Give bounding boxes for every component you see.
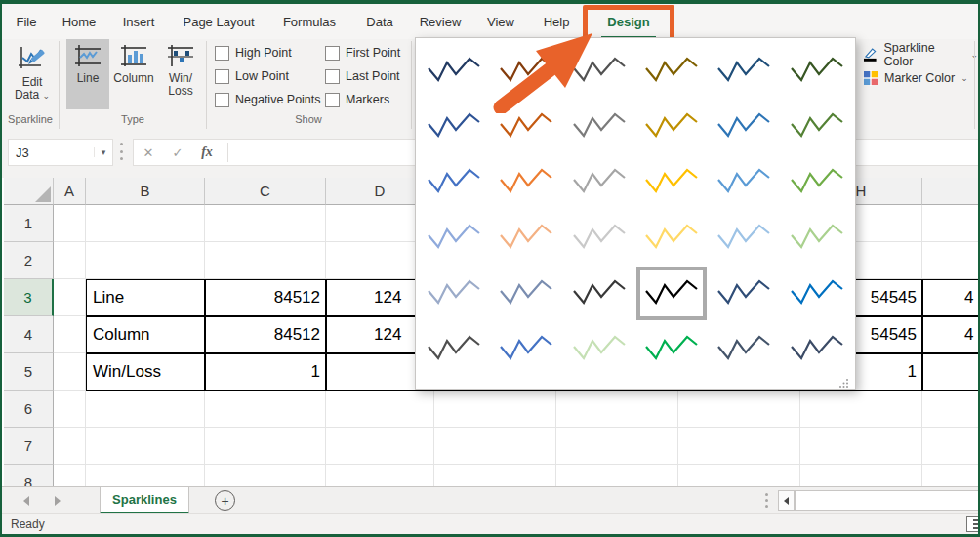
sparkline-style-swatch-r4c3[interactable] <box>563 210 635 266</box>
sparkline-style-swatch-r5c6[interactable] <box>781 266 853 321</box>
grid-cell-b3[interactable]: Line <box>86 279 205 316</box>
grid-cell-c4[interactable]: 84512 <box>205 316 326 353</box>
tab-review[interactable]: Review <box>408 4 472 39</box>
sparkline-style-swatch-r2c1[interactable] <box>418 98 490 153</box>
row-header-5[interactable]: 5 <box>4 353 54 391</box>
sparkline-style-swatch-r1c3[interactable] <box>563 42 635 98</box>
tab-data[interactable]: Data <box>351 4 408 39</box>
winloss-type-button[interactable]: Win/ Loss <box>158 39 203 109</box>
sparkline-style-swatch-r4c4[interactable] <box>635 210 708 266</box>
tab-insert[interactable]: Insert <box>107 4 170 39</box>
edit-data-button[interactable]: Edit Data ⌄ <box>10 41 55 103</box>
prev-sheet-icon[interactable] <box>23 496 29 506</box>
name-box-dropdown-icon[interactable]: ▾ <box>94 147 112 157</box>
sparkline-style-swatch-r6c5[interactable] <box>708 321 780 377</box>
grid-cell-b4[interactable]: Column <box>86 316 205 353</box>
sparkline-style-swatch-r1c2[interactable] <box>490 42 562 98</box>
confirm-entry-icon[interactable]: ✓ <box>163 145 192 160</box>
checkbox-icon[interactable] <box>215 69 229 84</box>
name-box[interactable]: J3 ▾ <box>8 139 113 166</box>
sparkline-style-swatch-r5c4[interactable] <box>636 267 707 320</box>
sparkline-style-swatch-r2c4[interactable] <box>635 98 708 153</box>
sparkline-style-swatch-r3c6[interactable] <box>781 153 853 209</box>
grid-cell-b5[interactable]: Win/Loss <box>86 353 205 391</box>
tab-design[interactable]: Design <box>584 4 674 39</box>
marker-color-button[interactable]: Marker Color ⌄ <box>863 67 968 89</box>
add-sheet-button[interactable]: + <box>215 490 235 511</box>
row-header-4[interactable]: 4 <box>4 316 54 353</box>
grid-cell-c3[interactable]: 84512 <box>205 279 326 316</box>
sparkline-style-swatch-r6c4[interactable] <box>635 321 708 377</box>
scroll-left-button[interactable] <box>778 490 795 511</box>
sheet-tab-sparklines[interactable]: Sparklines <box>100 487 189 514</box>
sparkline-style-swatch-r1c6[interactable] <box>781 42 853 98</box>
cancel-entry-icon[interactable]: ✕ <box>134 145 163 160</box>
sparkline-style-swatch-r2c5[interactable] <box>708 98 780 153</box>
sparkline-style-swatch-r2c3[interactable] <box>563 98 635 153</box>
sparkline-style-swatch-r3c2[interactable] <box>490 153 562 209</box>
sparkline-style-swatch-r3c1[interactable] <box>418 153 490 209</box>
sparkline-style-swatch-r4c6[interactable] <box>781 210 853 266</box>
checkbox-last-point[interactable]: Last Point <box>325 65 400 87</box>
checkbox-icon[interactable] <box>215 93 229 107</box>
select-all-corner[interactable] <box>4 178 54 205</box>
row-header-3[interactable]: 3 <box>4 279 54 316</box>
sparkline-style-swatch-r1c4[interactable] <box>635 42 708 98</box>
sparkline-style-swatch-r3c3[interactable] <box>563 153 635 209</box>
grid-cell-c5[interactable]: 1 <box>205 353 326 391</box>
formula-bar-resize-handle[interactable] <box>120 143 123 160</box>
grid-cell-i3[interactable]: 4 <box>922 279 980 316</box>
checkbox-icon[interactable] <box>215 46 229 61</box>
column-header-a[interactable]: A <box>54 178 86 205</box>
tab-formulas[interactable]: Formulas <box>267 4 351 39</box>
gallery-resize-handle[interactable] <box>838 377 849 388</box>
sparkline-style-swatch-r5c2[interactable] <box>490 266 562 321</box>
checkbox-markers[interactable]: Markers <box>325 89 400 110</box>
column-type-button[interactable]: Column <box>111 39 156 109</box>
tabbar-resize-handle[interactable] <box>765 493 768 508</box>
tab-home[interactable]: Home <box>51 4 107 39</box>
checkbox-first-point[interactable]: First Point <box>325 42 400 63</box>
grid-cell-i5[interactable] <box>922 353 980 391</box>
row-header-2[interactable]: 2 <box>4 242 54 279</box>
sparkline-style-swatch-r2c6[interactable] <box>781 98 853 153</box>
sparkline-style-swatch-r1c5[interactable] <box>708 42 780 98</box>
sparkline-style-swatch-r5c5[interactable] <box>708 266 780 321</box>
sparkline-style-swatch-r6c3[interactable] <box>563 321 635 377</box>
tab-file[interactable]: File <box>2 4 51 39</box>
horizontal-scrollbar[interactable] <box>795 490 980 511</box>
sparkline-style-swatch-r5c1[interactable] <box>418 266 490 321</box>
sparkline-style-swatch-r4c5[interactable] <box>708 210 780 266</box>
tab-view[interactable]: View <box>472 4 529 39</box>
checkbox-high-point[interactable]: High Point <box>215 42 325 63</box>
row-header-7[interactable]: 7 <box>4 428 54 465</box>
row-header-1[interactable]: 1 <box>4 205 54 242</box>
sparkline-style-swatch-r6c2[interactable] <box>490 321 562 377</box>
sparkline-color-button[interactable]: Sparkline Color ⌄ <box>863 44 978 65</box>
column-header-i[interactable]: I <box>922 178 980 205</box>
next-sheet-icon[interactable] <box>55 496 61 506</box>
sparkline-style-swatch-r5c3[interactable] <box>563 266 635 321</box>
sparkline-style-swatch-r1c1[interactable] <box>418 42 490 98</box>
checkbox-low-point[interactable]: Low Point <box>215 65 325 87</box>
checkbox-icon[interactable] <box>325 93 340 107</box>
sparkline-style-swatch-r6c6[interactable] <box>781 321 853 377</box>
tab-page-layout[interactable]: Page Layout <box>170 4 267 39</box>
tab-help[interactable]: Help <box>529 4 584 39</box>
sparkline-style-swatch-r2c2[interactable] <box>490 98 562 153</box>
checkbox-negative-points[interactable]: Negative Points <box>215 89 325 110</box>
sparkline-style-swatch-r4c1[interactable] <box>418 210 490 266</box>
grid-cell-i4[interactable]: 4 <box>922 316 980 353</box>
sparkline-style-swatch-r4c2[interactable] <box>490 210 562 266</box>
checkbox-icon[interactable] <box>325 69 340 84</box>
line-type-button[interactable]: Line <box>66 39 109 109</box>
row-header-8[interactable]: 8 <box>4 465 54 486</box>
column-header-c[interactable]: C <box>205 178 326 205</box>
insert-function-icon[interactable]: fx <box>192 145 222 160</box>
checkbox-icon[interactable] <box>325 46 340 61</box>
sparkline-style-swatch-r3c4[interactable] <box>635 153 708 209</box>
sparkline-style-swatch-r3c5[interactable] <box>708 153 780 209</box>
row-header-6[interactable]: 6 <box>4 391 54 428</box>
column-header-b[interactable]: B <box>86 178 205 205</box>
sparkline-style-swatch-r6c1[interactable] <box>418 321 490 377</box>
